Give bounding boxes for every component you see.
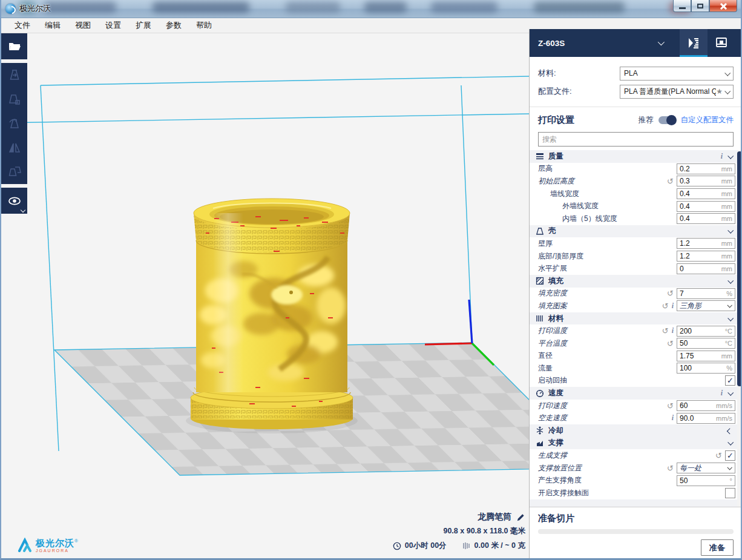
setting-input[interactable]: 100% [677,363,735,374]
model-object[interactable] [186,199,358,433]
chevron-down-icon [21,208,25,212]
reset-icon[interactable]: ↺ [667,464,674,472]
mirror-icon [8,141,21,154]
menu-item-设置[interactable]: 设置 [99,18,127,33]
chevron-left-icon[interactable] [727,428,733,434]
info-icon[interactable]: i [721,389,723,398]
menu-item-编辑[interactable]: 编辑 [39,18,67,33]
scrollbar-thumb[interactable] [737,151,742,386]
setting-input[interactable]: 0.4mm [677,201,735,212]
setting-input[interactable]: 50° [677,475,735,486]
brand-logo-cn: 极光尔沃 [36,538,74,548]
open-file-button[interactable] [1,33,27,59]
section-header-壳[interactable]: 壳 [530,225,738,238]
setting-input[interactable]: 0.4mm [677,188,735,199]
scrollbar-track[interactable] [737,150,742,512]
chevron-down-icon[interactable] [727,228,734,234]
setting-dropdown[interactable]: 每一处 [677,463,735,473]
move-tool [1,63,27,87]
setting-checkbox[interactable]: ✓ [725,375,735,386]
custom-profile-link[interactable]: 自定义配置文件 [681,115,734,125]
reset-icon[interactable]: ↺ [667,340,674,348]
reset-icon[interactable]: ↺ [662,302,669,310]
reset-icon[interactable]: ↺ [662,327,669,335]
info-icon[interactable]: i [672,301,674,311]
title-bar[interactable]: 极光尔沃 [1,0,741,18]
setting-value: 0.4 [677,202,721,211]
setting-row: 外墙线宽度0.4mm [530,200,738,212]
info-icon[interactable]: i [672,326,674,335]
menu-item-帮助[interactable]: 帮助 [190,18,218,33]
chevron-down-icon[interactable] [727,315,734,321]
reset-icon[interactable]: ↺ [667,402,674,410]
section-header-质量[interactable]: 质量i [530,150,738,163]
setting-unit: ° [730,477,735,484]
setting-label: 外墙线宽度 [562,201,599,211]
printer-header: Z-603S [530,29,742,57]
setting-input[interactable]: 90.0mm/s [677,413,735,424]
setting-input[interactable]: 1.75mm [677,351,735,361]
setting-input[interactable]: 0.3mm [677,176,735,186]
material-dropdown[interactable]: PLA [620,67,734,81]
setting-unit: mm [721,190,735,197]
viewport-3d[interactable]: 极光尔沃® JGAURORA 龙腾笔筒 90.8 x 90.8 x 118.0 … [1,33,529,558]
scene-canvas[interactable] [1,33,529,558]
setting-dropdown[interactable]: 三角形 [677,300,735,311]
setting-checkbox[interactable] [725,488,735,498]
setting-checkbox[interactable]: ✓ [725,450,735,461]
setting-label: 产生支撑角度 [538,475,582,486]
setting-value: 60 [677,401,716,410]
edit-name-icon[interactable] [516,513,525,522]
setting-input[interactable]: 0mm [677,263,735,274]
app-icon [5,4,16,14]
prepare-area: 准备切片 准备 [530,507,742,558]
prepare-button[interactable]: 准备 [701,539,734,556]
maximize-button[interactable] [691,0,709,12]
speed-icon [536,389,544,398]
setting-label: 层高 [538,163,553,174]
setting-input[interactable]: 1.2mm [677,238,735,249]
info-icon[interactable]: i [672,413,674,423]
reset-icon[interactable]: ↺ [667,289,674,297]
reset-icon[interactable]: ↺ [715,452,722,460]
recommended-toggle[interactable] [658,116,676,124]
setting-value: 每一处 [677,463,727,473]
setting-row: 生成支撑↺✓ [530,449,738,462]
chevron-down-icon[interactable] [727,278,734,284]
minimize-button[interactable] [673,0,691,12]
chevron-down-icon[interactable] [727,440,734,446]
section-header-冷却[interactable]: 冷却 [530,424,738,437]
setting-row: 填充密度↺7% [530,288,738,300]
setting-input[interactable]: 0.4mm [677,213,735,224]
section-header-支撑[interactable]: 支撑 [530,437,738,450]
printer-selector[interactable]: Z-603S [538,39,565,48]
menu-item-视图[interactable]: 视图 [69,18,97,33]
info-icon[interactable]: i [721,152,723,161]
profile-dropdown[interactable]: PLA 普通质量(PLA Normal Qua ★ [620,85,734,99]
setting-input[interactable]: 50°C [677,338,735,349]
menu-item-参数[interactable]: 参数 [160,18,188,33]
menu-item-扩展[interactable]: 扩展 [130,18,157,33]
view-mode-button[interactable] [1,188,27,214]
reset-icon[interactable]: ↺ [667,177,674,185]
setting-input[interactable]: 0.2mm [677,163,735,174]
section-header-材料[interactable]: 材料 [530,312,738,325]
chevron-down-icon[interactable] [727,390,734,396]
application-window: 极光尔沃 文件编辑视图设置扩展参数帮助 [0,0,742,560]
setting-input[interactable]: 200°C [677,326,735,337]
setting-input[interactable]: 1.2mm [677,251,735,262]
tab-monitor[interactable] [708,29,735,57]
setting-value: 100 [677,364,726,372]
tab-prepare[interactable] [680,29,708,57]
chevron-down-icon[interactable] [727,153,734,159]
section-header-速度[interactable]: 速度i [530,387,738,400]
chevron-down-icon[interactable] [658,39,665,45]
section-header-填充[interactable]: 填充 [530,275,738,288]
setting-input[interactable]: 7% [677,288,735,299]
setting-input[interactable]: 60mm/s [677,400,735,411]
search-input[interactable] [538,132,734,147]
material-value: PLA [624,69,723,77]
window-title: 极光尔沃 [19,3,51,14]
close-button[interactable] [709,0,737,12]
menu-item-文件[interactable]: 文件 [8,18,36,33]
